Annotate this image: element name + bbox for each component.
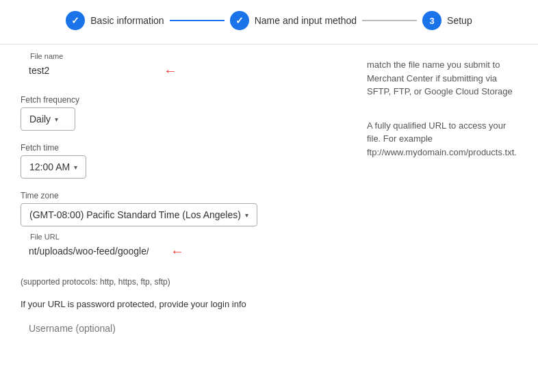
file-name-input[interactable]: [21, 58, 157, 83]
step-circle-2: ✓: [230, 11, 249, 30]
step-basic-info: ✓ Basic information: [66, 11, 164, 30]
fetch-frequency-select[interactable]: Daily ▾: [21, 107, 75, 131]
step-circle-1: ✓: [66, 11, 85, 30]
timezone-value: (GMT-08:00) Pacific Standard Time (Los A…: [29, 209, 241, 220]
hint-section: match the file name you submit to Mercha…: [367, 58, 517, 353]
file-name-wrapper: File name: [21, 58, 157, 83]
timezone-group: Time zone (GMT-08:00) Pacific Standard T…: [21, 191, 346, 226]
step-number-3: 3: [429, 16, 434, 26]
file-url-arrow: ←: [170, 244, 184, 259]
step-circle-3: 3: [422, 11, 441, 30]
fetch-time-arrow-icon: ▾: [74, 164, 77, 171]
check-icon-1: ✓: [71, 15, 79, 26]
file-name-hint: match the file name you submit to Mercha…: [367, 58, 517, 99]
step-label-3: Setup: [447, 15, 472, 26]
file-url-hint: A fully qualified URL to access your fil…: [367, 119, 517, 159]
fetch-frequency-label: Fetch frequency: [21, 95, 346, 105]
fetch-frequency-value: Daily: [29, 114, 51, 125]
timezone-arrow-icon: ▾: [245, 211, 248, 219]
file-url-wrapper: File URL: [21, 239, 157, 263]
fetch-frequency-arrow-icon: ▾: [55, 116, 58, 123]
file-url-input[interactable]: [21, 239, 157, 263]
file-url-hint-block: A fully qualified URL to access your fil…: [367, 119, 517, 159]
supported-protocols-text: (supported protocols: http, https, ftp, …: [21, 277, 170, 287]
fetch-time-select[interactable]: 12:00 AM ▾: [21, 155, 86, 179]
username-input[interactable]: [21, 316, 346, 341]
fetch-frequency-group: Fetch frequency Daily ▾: [21, 95, 346, 131]
fetch-time-label: Fetch time: [21, 143, 346, 153]
file-url-row: File URL ←: [21, 239, 346, 263]
step-connector-2: [362, 20, 417, 21]
check-icon-2: ✓: [235, 15, 244, 26]
step-label-2: Name and input method: [255, 15, 357, 26]
file-name-arrow: ←: [164, 63, 177, 79]
fetch-time-group: Fetch time 12:00 AM ▾: [21, 143, 346, 179]
stepper: ✓ Basic information ✓ Name and input met…: [0, 0, 538, 44]
timezone-select[interactable]: (GMT-08:00) Pacific Standard Time (Los A…: [21, 203, 257, 226]
fetch-time-value: 12:00 AM: [29, 161, 70, 172]
timezone-label: Time zone: [21, 191, 346, 200]
step-label-1: Basic information: [90, 15, 164, 26]
form-section: File name ← Fetch frequency Daily ▾ Fetc…: [21, 58, 346, 353]
password-protected-group: If your URL is password protected, provi…: [21, 299, 346, 341]
file-url-group: File URL ←: [21, 239, 346, 263]
file-name-group: File name ←: [21, 58, 346, 83]
main-content: File name ← Fetch frequency Daily ▾ Fetc…: [0, 44, 538, 367]
password-protected-text: If your URL is password protected, provi…: [21, 299, 346, 309]
step-setup: 3 Setup: [422, 11, 472, 30]
step-connector-1: [170, 20, 225, 21]
step-name-input: ✓ Name and input method: [230, 11, 357, 30]
supported-protocols-group: (supported protocols: http, https, ftp, …: [21, 276, 346, 287]
